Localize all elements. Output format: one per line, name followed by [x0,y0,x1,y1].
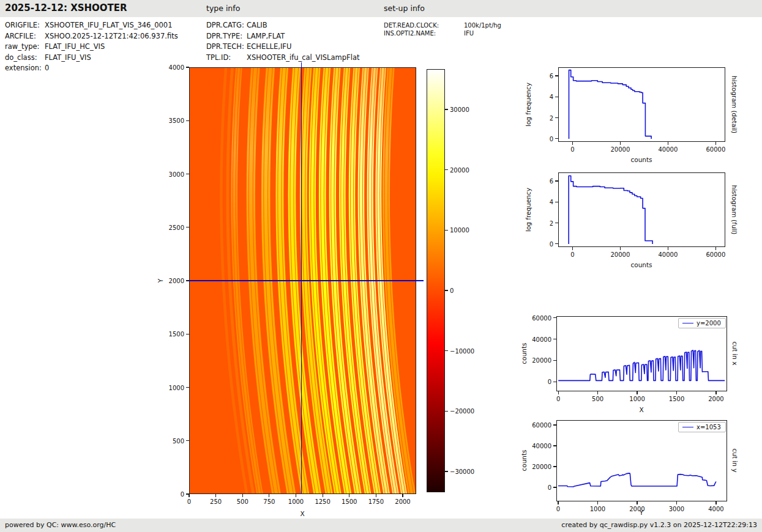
cut-x-xtick [715,391,716,394]
main-image-ytick-label: 500 [173,437,184,444]
cut-y-xtick-label: 4000 [708,506,723,512]
main-image-ytick-label: 2500 [169,224,184,231]
hist-full-xtick-label: 20000 [610,251,630,258]
main-image-ytick [186,174,189,174]
hist-detail-ytick-label: 0 [550,135,553,142]
cut-x-ytick [553,360,556,361]
cut-y-ytick [553,487,556,487]
hist-detail-xtick-label: 0 [570,146,574,153]
cut-y-ytick-label: 40000 [532,443,551,449]
main-image-ytick-label: 3500 [169,117,184,124]
type-info-row: DPR.TYPE:LAMP,FLAT [206,31,359,42]
cut-x-ytick-label: 40000 [532,336,551,342]
hist-full-xtick-label: 60000 [706,251,725,258]
main-image-ytick-label: 2000 [169,278,184,284]
colorbar-tick [445,471,448,471]
hist-detail-xtick-label: 40000 [658,146,678,153]
type-info-row: DPR.CATG:CALIB [206,20,359,31]
hist-detail-ytick [555,97,558,97]
hist-detail-xtick [620,142,621,145]
file-info-row: do_class:FLAT_IFU_VIS [5,53,178,64]
meta-label: ARCFILE: [5,31,45,42]
type-info-title: type info [206,4,240,13]
file-info-row: ORIGFILE:XSHOOTER_IFU_FLAT_VIS_346_0001 [5,20,178,31]
setup-info-title: set-up info [384,4,425,13]
hist-full-ytick-label: 4 [550,199,553,205]
hist-detail-xtick [572,142,573,145]
meta-label: DPR.CATG: [206,20,247,31]
cut-y-yaxis-label: counts [520,449,528,471]
main-xaxis-label: X [300,510,304,517]
main-image-xtick-label: 250 [210,498,222,505]
hist-full-xtick [572,247,573,250]
colorbar-tick [445,230,448,231]
cut-x-right-label: cut in x [731,341,739,365]
cut-y-xtick-label: 2000 [629,506,644,512]
hist-full-ytick [555,202,558,202]
meta-value: FLAT_IFU_VIS [45,53,91,64]
hist-detail-xaxis-label: counts [630,156,652,163]
hist-full-xtick [620,247,621,250]
hist-full-ytick-label: 0 [550,240,553,247]
main-image-xtick-label: 2000 [395,498,410,505]
main-image-xtick [215,494,216,497]
meta-value: 0 [45,63,49,74]
cut-y-xtick [597,501,598,504]
main-yaxis-label: Y [157,279,164,283]
hist-full-right-label: histogram (full) [731,185,738,235]
main-image-ytick [186,440,189,441]
cut-x-ytick [553,317,556,318]
hist-detail-ytick [555,138,558,139]
hist-detail-xtick-label: 60000 [706,146,725,153]
hist-full-xtick-label: 40000 [658,251,678,258]
main-image-xtick-label: 1750 [368,498,384,505]
colorbar-tick [445,109,448,109]
meta-label: TPL.ID: [206,53,247,64]
meta-value: CALIB [247,20,267,31]
cut-y-right-label: cut in y [731,448,739,472]
cut-y-xtick [676,501,677,504]
cut-y-ytick [553,424,556,425]
main-image-ytick [186,387,189,388]
colorbar-tick-label: −20000 [450,408,474,415]
main-image-xtick-label: 1500 [342,498,357,505]
meta-label: extension: [5,63,45,74]
meta-label: INS.OPTI2.NAME: [384,29,464,37]
cut-y-ytick-label: 60000 [532,421,551,428]
hist-full-xtick [715,247,716,250]
meta-label: raw_type: [5,42,45,53]
qc-report-figure: 2025-12-12: XSHOOTER type info set-up in… [0,0,762,532]
hist-full-ytick [555,243,558,244]
file-info-row: raw_type:FLAT_IFU_HC_VIS [5,42,178,53]
meta-value: FLAT_IFU_HC_VIS [45,42,105,53]
setup-info-row: DET.READ.CLOCK:100k/1pt/hg [384,21,501,29]
main-image-ytick-label: 1000 [169,384,184,391]
hist-full-ytick-label: 2 [550,220,553,226]
main-image-xtick-label: 750 [263,498,275,505]
hist-full-ytick-label: 6 [550,178,553,185]
main-image-xtick-label: 1000 [288,498,304,505]
footer-left-text: powered by QC: www.eso.org/HC [5,521,116,529]
meta-label: ORIGFILE: [5,20,45,31]
cut-y-ytick [553,445,556,446]
cut-y-ytick [553,466,556,467]
cut-x-ytick-label: 20000 [532,357,551,364]
main-image-xtick [349,494,349,497]
cut-x-xtick [676,391,677,394]
colorbar-tick [445,350,448,351]
hist-detail-ytick-label: 2 [550,114,553,121]
colorbar-tick-label: 10000 [450,227,469,234]
main-image-ytick-label: 1500 [169,331,184,338]
setup-info-list: DET.READ.CLOCK:100k/1pt/hgINS.OPTI2.NAME… [384,21,501,37]
cut-y-xtick [715,501,716,504]
meta-label: DPR.TYPE: [206,31,247,42]
colorbar-tick [445,169,448,170]
colorbar-tick [445,411,448,412]
hist-full-xaxis-label: counts [630,261,652,268]
main-image-xtick-label: 0 [187,498,191,505]
colorbar [427,69,445,492]
hist-detail-ytick [555,117,558,118]
main-image-xtick [323,494,323,497]
hist-detail-ytick [555,75,558,76]
cut-y-ytick-label: 20000 [532,464,551,470]
